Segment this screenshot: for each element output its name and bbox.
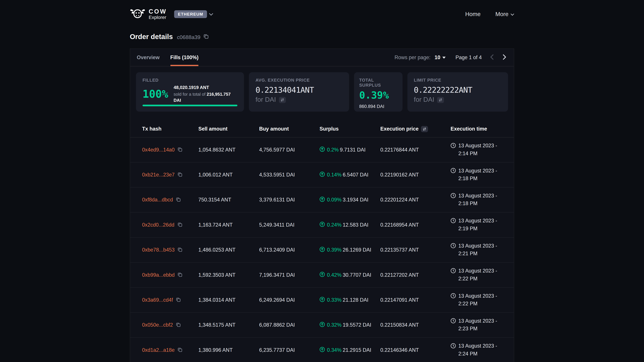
copy-tx-hash-button[interactable]: [178, 247, 182, 253]
column-execution-price: Execution price: [380, 126, 418, 132]
clock-icon: [451, 142, 456, 149]
copy-tx-hash-button[interactable]: [176, 322, 180, 328]
network-selector[interactable]: ETHEREUM: [174, 10, 213, 18]
copy-tx-hash-button[interactable]: [176, 297, 180, 303]
surplus-cell: 0.09% 3.1934 DAI: [320, 197, 380, 203]
copy-icon: [176, 197, 180, 203]
previous-page-button[interactable]: [489, 53, 494, 62]
execution-time: 13 August 2023 - 2:21 PM: [458, 242, 498, 258]
sell-amount: 750.3154 ANT: [198, 197, 259, 203]
chevron-right-icon: [503, 54, 506, 61]
nav-more[interactable]: More: [496, 11, 514, 17]
copy-tx-hash-button[interactable]: [178, 272, 182, 278]
surplus-percent: 0.39%: [327, 247, 342, 253]
buy-amount: 6,249.2694 DAI: [259, 297, 320, 303]
sell-amount: 1,592.3503 ANT: [198, 272, 259, 278]
limit-price-value: 0.22222222ANT: [414, 85, 502, 94]
sell-amount: 1,163.724 ANT: [198, 222, 259, 228]
surplus-amount: 30.7707 DAI: [343, 272, 371, 278]
page-title: Order details: [130, 33, 173, 41]
execution-price: 0.22147091 ANT: [380, 297, 451, 303]
total-surplus-card: TOTAL SURPLUS 0.39% 860.894 DAI: [354, 72, 402, 112]
total-surplus-percent: 0.39%: [359, 89, 397, 101]
tx-hash-link[interactable]: 0xf8da...dbcd: [142, 197, 173, 203]
copy-icon: [176, 322, 180, 328]
buy-amount: 6,235.7737 DAI: [259, 347, 320, 353]
surplus-cell: 0.32% 19.5572 DAI: [320, 322, 380, 328]
network-badge: ETHEREUM: [174, 10, 207, 18]
nav-home[interactable]: Home: [465, 11, 480, 17]
buy-amount: 4,533.5951 DAI: [259, 172, 320, 178]
tx-hash-link[interactable]: 0xb99a...ebbd: [142, 272, 174, 278]
cow-explorer-logo[interactable]: COW Explorer: [130, 8, 167, 20]
execution-time: 13 August 2023 - 2:19 PM: [458, 217, 498, 233]
copy-order-id-button[interactable]: [203, 34, 209, 40]
rows-per-page-label: Rows per page:: [394, 55, 430, 60]
copy-tx-hash-button[interactable]: [178, 347, 182, 353]
tx-hash-link[interactable]: 0xb21e...23e7: [142, 172, 174, 178]
summary-cards: FILLED 100% 48,020.1919 ANT sold for a t…: [130, 66, 514, 117]
table-row: 0xf8da...dbcd 750.3154 ANT 3,379.6131 DA…: [130, 188, 514, 213]
tx-hash-link[interactable]: 0x3a69...cd4f: [142, 297, 173, 303]
avg-execution-price-quote: for DAI: [256, 96, 276, 103]
limit-price-card: LIMIT PRICE 0.22222222ANT for DAI: [407, 72, 508, 112]
copy-tx-hash-button[interactable]: [178, 147, 182, 153]
sell-amount: 1,006.012 ANT: [198, 172, 259, 178]
execution-price: 0.22127202 ANT: [380, 272, 451, 278]
brand-subtitle: Explorer: [149, 15, 167, 20]
caret-down-icon: [442, 56, 446, 58]
cow-icon: [130, 8, 146, 20]
sell-amount: 1,054.8632 ANT: [198, 147, 259, 153]
copy-tx-hash-button[interactable]: [176, 197, 180, 203]
arrow-up-circle-icon: [320, 322, 325, 328]
filled-label: FILLED: [142, 78, 238, 82]
avg-execution-price-value: 0.22134041ANT: [256, 85, 342, 94]
tx-hash-link[interactable]: 0x2cd0...26dd: [142, 222, 174, 228]
copy-icon: [178, 172, 182, 178]
total-surplus-label: TOTAL SURPLUS: [359, 78, 397, 87]
rows-per-page-select[interactable]: 10: [434, 55, 446, 60]
avg-execution-price-card: AVG. EXECUTION PRICE 0.22134041ANT for D…: [249, 72, 349, 112]
surplus-cell: 0.33% 21.128 DAI: [320, 297, 380, 303]
clock-icon: [451, 318, 456, 325]
clock-icon: [451, 343, 456, 350]
sell-amount: 1,486.0253 ANT: [198, 247, 259, 253]
invert-price-button[interactable]: [279, 97, 286, 103]
tx-hash-link[interactable]: 0x4ed9...14a0: [142, 147, 174, 153]
top-bar: COW Explorer ETHEREUM Home More: [0, 0, 644, 28]
tx-hash-link[interactable]: 0x050e...cbf2: [142, 322, 173, 328]
execution-time: 13 August 2023 - 2:18 PM: [458, 192, 498, 208]
table-header: Tx hash Sell amount Buy amount Surplus E…: [130, 121, 514, 137]
tab-fills[interactable]: Fills (100%): [170, 49, 198, 66]
next-page-button[interactable]: [502, 53, 507, 62]
surplus-cell: 0.39% 26.1269 DAI: [320, 247, 380, 253]
execution-time: 13 August 2023 - 2:22 PM: [458, 292, 498, 308]
execution-price: 0.22176844 ANT: [380, 147, 451, 153]
table-row: 0x050e...cbf2 1,348.5175 ANT 6,087.8862 …: [130, 313, 514, 338]
execution-time: 13 August 2023 - 2:18 PM: [458, 167, 498, 183]
tx-hash-link[interactable]: 0xbe78...b453: [142, 247, 174, 253]
copy-tx-hash-button[interactable]: [177, 222, 182, 228]
execution-time: 13 August 2023 - 2:24 PM: [458, 343, 498, 358]
execution-time-cell: 13 August 2023 - 2:18 PM: [451, 167, 502, 183]
surplus-percent: 0.09%: [327, 197, 342, 203]
filled-amount: 48,020.1919 ANT: [174, 84, 238, 91]
surplus-amount: 12.583 DAI: [343, 222, 368, 228]
execution-time: 13 August 2023 - 2:22 PM: [458, 267, 498, 283]
column-tx-hash: Tx hash: [142, 126, 198, 132]
invert-price-button[interactable]: [437, 97, 444, 103]
surplus-percent: 0.32%: [327, 322, 342, 328]
execution-time-cell: 13 August 2023 - 2:22 PM: [451, 267, 502, 283]
filled-sold-total: sold for a total of 216,951.757 DAI: [174, 91, 238, 104]
surplus-amount: 26.1269 DAI: [343, 247, 371, 253]
sell-amount: 1,380.996 ANT: [198, 347, 259, 353]
execution-price: 0.22168954 ANT: [380, 222, 451, 228]
copy-tx-hash-button[interactable]: [178, 172, 182, 178]
surplus-percent: 0.14%: [327, 172, 342, 178]
arrow-up-circle-icon: [320, 297, 325, 303]
tx-hash-link[interactable]: 0xd1a2...a18e: [142, 347, 174, 353]
tab-overview[interactable]: Overview: [137, 49, 160, 66]
clock-icon: [451, 192, 456, 200]
column-surplus: Surplus: [320, 126, 380, 132]
invert-execution-price-button[interactable]: [421, 126, 428, 132]
